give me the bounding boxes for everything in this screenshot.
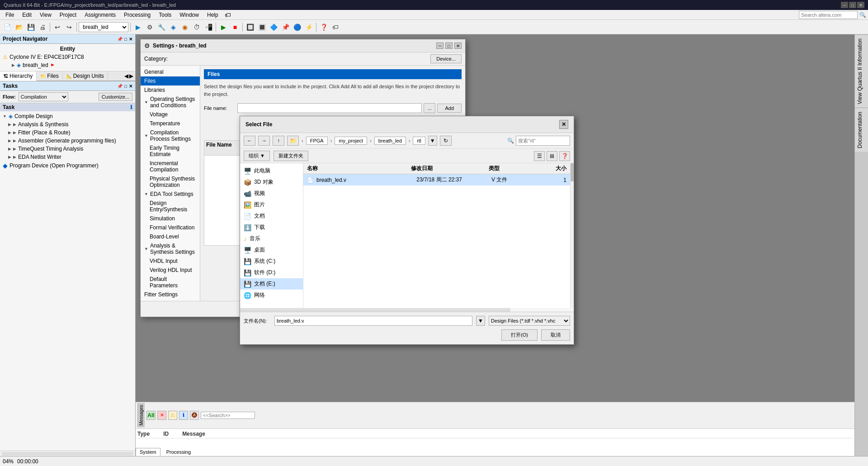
task-eda-netlist[interactable]: ▶ ▶ EDA Netlist Writer — [0, 153, 135, 161]
tab-system[interactable]: System — [136, 448, 160, 456]
new-btn[interactable]: 📄 — [2, 22, 13, 33]
sf-item-3d[interactable]: 📦 3D 对象 — [240, 176, 303, 188]
assign-btn[interactable]: 🔵 — [292, 22, 302, 33]
settings-close-btn[interactable]: ✕ — [454, 43, 462, 49]
cat-operating-settings[interactable]: ▼ Operating Settings and Conditions — [141, 95, 200, 110]
cat-fitter[interactable]: Fitter Settings — [141, 290, 200, 299]
sf-up-btn[interactable]: ↑ — [273, 136, 284, 146]
time-btn[interactable]: ⏱ — [191, 22, 202, 33]
msg-info-btn[interactable]: ℹ — [179, 411, 188, 420]
rtl-btn[interactable]: 🔲 — [245, 22, 255, 33]
open-btn[interactable]: 📂 — [14, 22, 24, 33]
view-quartus-btn[interactable]: View Quartus II Information — [855, 34, 868, 108]
sf-open-btn[interactable]: 打开(O) — [501, 329, 538, 341]
power-btn[interactable]: ⚡ — [303, 22, 314, 33]
menu-file[interactable]: File — [2, 11, 18, 19]
nav-prev-icon[interactable]: ◀ — [124, 73, 128, 79]
browse-btn[interactable]: ... — [424, 103, 435, 113]
sf-item-desktop[interactable]: 🖥️ 桌面 — [240, 244, 303, 256]
sf-cancel-btn[interactable]: 取消 — [541, 329, 570, 341]
sf-folder-icon-btn[interactable]: 📁 — [287, 136, 299, 146]
pin-btn[interactable]: 📌 — [280, 22, 291, 33]
sf-organize-btn[interactable]: 组织 ▼ — [244, 151, 270, 161]
sf-filetype-select[interactable]: Design Files (*.tdf *.vhd *.vhc — [489, 316, 570, 326]
cat-temperature[interactable]: Temperature — [141, 119, 200, 128]
task-timequest[interactable]: ▶ ▶ TimeQuest Timing Analysis — [0, 145, 135, 153]
cat-vhdl[interactable]: VHDL Input — [141, 257, 200, 266]
cat-board-level[interactable]: Board-Level — [141, 232, 200, 241]
sf-forward-btn[interactable]: → — [258, 136, 270, 146]
sf-path-breath-led[interactable]: breath_led — [374, 137, 406, 145]
sf-dropdown-btn[interactable]: ▼ — [428, 136, 437, 146]
sf-item-network[interactable]: 🌐 网络 — [240, 290, 303, 301]
sf-item-music[interactable]: ♪ 音乐 — [240, 233, 303, 244]
cat-eda-tools[interactable]: ▼ EDA Tool Settings — [141, 190, 200, 199]
search-input[interactable] — [799, 11, 858, 19]
project-tree-node[interactable]: ▶ ◈ breath_led ⚑ — [3, 61, 132, 69]
sf-help-view-btn[interactable]: ❓ — [559, 151, 570, 161]
h-scrollbar[interactable] — [0, 451, 135, 456]
cat-formal-verification[interactable]: Formal Verification — [141, 223, 200, 232]
cat-simulation[interactable]: Simulation — [141, 214, 200, 223]
sf-item-d-drive[interactable]: 💾 软件 (D:) — [240, 267, 303, 278]
msg-all-btn[interactable]: All — [146, 411, 156, 420]
cat-physical-synthesis[interactable]: Physical Synthesis Optimization — [141, 174, 200, 190]
sf-list-view-btn[interactable]: ☰ — [534, 151, 545, 161]
cat-design-entry[interactable]: Design Entry/Synthesis — [141, 199, 200, 214]
file-name-input[interactable] — [237, 103, 422, 113]
panel-close-icon[interactable]: ✕ — [129, 37, 132, 42]
task-compile-design[interactable]: ▼ ◈ Compile Design — [0, 112, 135, 120]
sf-item-pictures[interactable]: 🖼️ 图片 — [240, 199, 303, 210]
cat-analysis-synthesis[interactable]: ▼ Analysis & Synthesis Settings — [141, 241, 200, 257]
cat-default-params[interactable]: Default Parameters — [141, 275, 200, 290]
redo-btn[interactable]: ↪ — [64, 22, 75, 33]
device-btn[interactable]: Device... — [430, 54, 462, 63]
nav-next-icon[interactable]: ▶ — [129, 73, 133, 79]
task-assembler[interactable]: ▶ ▶ Assembler (Generate programming file… — [0, 137, 135, 145]
sf-item-pc[interactable]: 🖥️ 此电脑 — [240, 165, 303, 176]
sf-col-date[interactable]: 修改日期 — [411, 165, 489, 172]
sf-path-rtl[interactable]: rtl — [413, 137, 425, 145]
sf-item-e-drive[interactable]: 💾 文档 (E:) — [240, 278, 303, 290]
sf-back-btn[interactable]: ← — [244, 136, 255, 146]
save-btn[interactable]: 💾 — [25, 22, 36, 33]
menu-tools[interactable]: Tools — [155, 11, 175, 19]
menu-help[interactable]: Help — [203, 11, 222, 19]
cat-compilation-process[interactable]: ▼ Compilation Process Settings — [141, 128, 200, 143]
menu-view[interactable]: View — [36, 11, 55, 19]
tab-files[interactable]: 📁 Files — [37, 71, 62, 81]
chip-btn[interactable]: 🔷 — [268, 22, 279, 33]
customize-btn[interactable]: Customize... — [99, 93, 132, 101]
menu-assignments[interactable]: Assignments — [81, 11, 119, 19]
start-btn[interactable]: ▶ — [218, 22, 229, 33]
program-btn[interactable]: 📲 — [203, 22, 214, 33]
stop-btn[interactable]: ■ — [230, 22, 241, 33]
flow-select[interactable]: Compilation — [19, 92, 68, 101]
tab-processing[interactable]: Processing — [162, 448, 195, 456]
settings-minimize-btn[interactable]: ─ — [436, 43, 443, 49]
sf-tile-view-btn[interactable]: ⊞ — [547, 151, 557, 161]
panel-pin-icon[interactable]: 📌 — [117, 37, 123, 42]
sf-search-input[interactable] — [516, 136, 570, 146]
sf-path-my-project[interactable]: my_project — [335, 137, 367, 145]
print-btn[interactable]: 🖨 — [37, 22, 48, 33]
panel-float-icon[interactable]: □ — [124, 37, 127, 42]
sf-file-item-breath-led[interactable]: 📄 breath_led.v 23/7/18 周二 22:37 V 文件 1 — [303, 174, 570, 185]
analyze-btn[interactable]: ⚙ — [144, 22, 155, 33]
tech-btn[interactable]: 🔳 — [256, 22, 267, 33]
sf-item-video[interactable]: 📹 视频 — [240, 188, 303, 199]
menu-processing[interactable]: Processing — [120, 11, 154, 19]
compile-btn[interactable]: ▶ — [132, 22, 143, 33]
sf-col-type[interactable]: 类型 — [489, 165, 541, 172]
cat-timequest[interactable]: TimeQuest Timing Analyzer — [141, 299, 200, 301]
sf-h-scrollbar[interactable] — [240, 308, 510, 312]
cat-general[interactable]: General — [141, 67, 200, 76]
sf-item-downloads[interactable]: ⬇️ 下载 — [240, 222, 303, 233]
tab-hierarchy[interactable]: 🏗 Hierarchy — [0, 71, 37, 81]
sf-close-btn[interactable]: ✕ — [559, 120, 568, 129]
add-btn[interactable]: Add — [437, 104, 462, 113]
help-btn[interactable]: ❓ — [318, 22, 329, 33]
msg-error-btn[interactable]: ✕ — [157, 411, 166, 420]
task-fitter[interactable]: ▶ ▶ Fitter (Place & Route) — [0, 128, 135, 137]
tasks-close-icon[interactable]: ✕ — [129, 84, 132, 89]
